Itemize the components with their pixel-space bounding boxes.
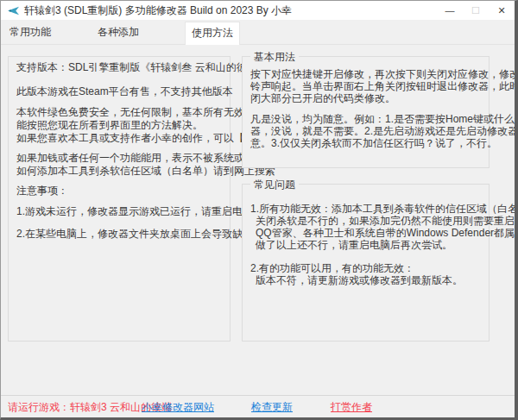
- tab-various-additions[interactable]: 各种添加: [98, 20, 139, 44]
- faq-groupbox: 常见问题 1.所有功能无效：添加本工具到杀毒软件的信任区域（白名单） 关闭杀软是…: [242, 184, 490, 342]
- app-window: 轩辕剑3 (SDL重制版) 多功能修改器 Build on 2023 By 小幸…: [0, 0, 518, 420]
- faq-line: 1.所有功能无效：添加本工具到杀毒软件的信任区域（白名单）: [250, 203, 481, 215]
- usage-line: 凡是没说，均为随意。例如：1.是否需要按Home键或什么键激活修改: [250, 113, 481, 125]
- info-line: 此版本游戏在Steam平台有售，不支持其他版本: [16, 85, 222, 98]
- app-icon: [7, 5, 20, 16]
- check-update-link[interactable]: 检查更新: [251, 400, 293, 415]
- status-bar: 请运行游戏：轩辕剑3 云和山的彼端 小幸修改器网站 检查更新 打赏作者: [1, 395, 515, 419]
- usage-line: 意。3.仅仅关闭杀软而不加信任区行吗？说了，不行。: [250, 137, 481, 149]
- info-groupbox: 支持版本：SDL引擎重制版《轩辕剑叁 云和山的彼端》 此版本游戏在Steam平台…: [8, 56, 231, 342]
- window-title: 轩辕剑3 (SDL重制版) 多功能修改器 Build on 2023 By 小幸: [24, 3, 292, 18]
- close-button-icon[interactable]: ✕: [489, 1, 515, 20]
- info-line: 如果您喜欢本工具或支持作者小幸的创作，可以【打赏】我。: [16, 132, 222, 145]
- usage-line: 铃声响起。当单击界面右上角关闭按钮时退出修改器，此时修改器会关: [250, 80, 481, 92]
- info-line: 能按照您现在所看到界面里的方法解决。: [16, 119, 222, 132]
- usage-line: 闭大部分已开启的代码类修改。: [250, 92, 481, 104]
- window-controls: — ☐ ✕: [437, 1, 515, 20]
- faq-line: 版本不符，请更新游戏或修改器到最新版本。: [250, 274, 481, 286]
- title-bar: 轩辕剑3 (SDL重制版) 多功能修改器 Build on 2023 By 小幸…: [1, 1, 515, 20]
- donate-author-link[interactable]: 打赏作者: [331, 400, 372, 415]
- info-line: 支持版本：SDL引擎重制版《轩辕剑叁 云和山的彼端》: [16, 61, 222, 74]
- faq-caption: 常见问题: [250, 178, 299, 192]
- info-line: 如何添加本工具到杀软信任区域（白名单）请到网上搜索: [16, 165, 222, 178]
- usage-line: 按下对应快捷键开启修改，再次按下则关闭对应修改，修改成功时会有: [250, 68, 481, 80]
- usage-line: 器，没说，就是不需要。2.是先启动游戏还是先启动修改器，没说随: [250, 125, 481, 137]
- tab-strip: 常用功能 各种添加 使用方法: [1, 20, 515, 45]
- notes-heading: 注意事项：: [16, 185, 222, 197]
- faq-line: QQ管家、各种卫士和系统自带的Windows Defender都属杀软: [250, 227, 481, 239]
- faq-line: 关闭杀软是不行的，如果添加完仍然不能使用则需要重启电脑: [250, 215, 481, 227]
- info-line: 本软件绿色免费安全，无任何限制，基本所有无效和使用问题都: [16, 106, 222, 119]
- minimize-button-icon[interactable]: —: [437, 1, 463, 20]
- tab-common-functions[interactable]: 常用功能: [9, 20, 51, 44]
- info-line: 如果加钱或者任何一个功能能用，表示不被系统或杀软阻止: [16, 152, 222, 165]
- basic-usage-caption: 基本用法: [250, 50, 299, 65]
- tab-usage-instructions[interactable]: 使用方法: [185, 22, 240, 45]
- basic-usage-groupbox: 基本用法 按下对应快捷键开启修改，再次按下则关闭对应修改，修改成功时会有 铃声响…: [242, 56, 490, 168]
- note-line: 1.游戏未运行，修改器显示游戏已运行，请重启电脑: [16, 205, 222, 218]
- trainer-website-link[interactable]: 小幸修改器网站: [142, 400, 214, 415]
- faq-line: 做了以上还不行，请重启电脑后再次尝试。: [250, 239, 481, 251]
- faq-line: 2.有的功能可以用，有的功能无效：: [250, 262, 481, 274]
- note-line: 2.在某些电脑上，修改器文件夹放桌面上会导致缺文件: [16, 228, 222, 241]
- maximize-button-icon: ☐: [463, 1, 489, 20]
